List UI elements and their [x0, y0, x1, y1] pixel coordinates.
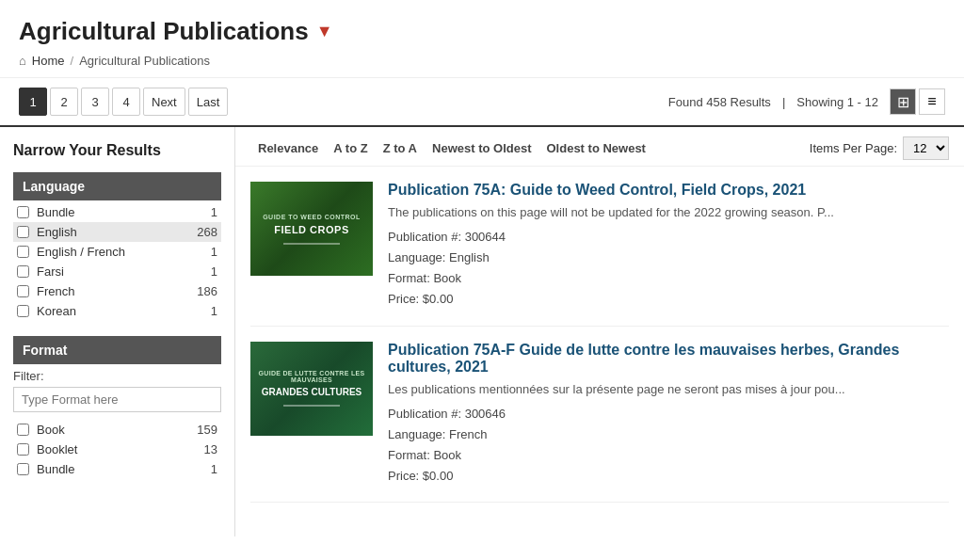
page-btn-1[interactable]: 1 [19, 88, 47, 116]
pub-image-inner-1: Guide to Weed Control FIELD CROPS [250, 182, 373, 276]
sidebar-title: Narrow Your Results [13, 142, 221, 159]
pub-title-1[interactable]: Publication 75A: Guide to Weed Control, … [388, 182, 949, 199]
breadcrumb-separator: / [71, 54, 74, 68]
title-dropdown-icon[interactable]: ▼ [316, 22, 333, 41]
language-english-french-checkbox[interactable] [17, 246, 29, 258]
language-french-label: French [37, 284, 197, 298]
format-bundle-count: 1 [211, 462, 217, 476]
pub-format-2: Format: Book [388, 445, 949, 466]
format-book-checkbox[interactable] [17, 424, 29, 436]
items-per-page: Items Per Page: 12 24 48 96 [810, 136, 949, 160]
format-bundle-checkbox[interactable] [17, 463, 29, 475]
language-bundle-label: Bundle [37, 205, 211, 219]
language-korean-checkbox[interactable] [17, 305, 29, 317]
language-farsi-checkbox[interactable] [17, 265, 29, 278]
format-filter-bundle[interactable]: Bundle 1 [13, 459, 221, 479]
format-book-count: 159 [197, 423, 217, 437]
pub-desc-1: The publications on this page will not b… [388, 204, 949, 221]
pub-desc-2: Les publications mentionnées sur la prés… [388, 381, 949, 398]
pub-format-1: Format: Book [388, 268, 949, 289]
publication-item-2: Guide de lutte contre les mauvaises GRAN… [250, 327, 949, 504]
page-btn-3[interactable]: 3 [81, 88, 109, 116]
language-french-count: 186 [197, 284, 217, 298]
page-btn-4[interactable]: 4 [112, 88, 140, 116]
pub-price-2: Price: $0.00 [388, 466, 949, 487]
pub-details-2: Publication 75A-F Guide de lutte contre … [388, 342, 949, 488]
pub-image-divider-2 [283, 405, 340, 407]
page-btn-next[interactable]: Next [143, 88, 185, 116]
language-french-checkbox[interactable] [17, 285, 29, 297]
pub-price-1: Price: $0.00 [388, 289, 949, 310]
list-view-button[interactable]: ≡ [919, 88, 945, 115]
pub-details-1: Publication 75A: Guide to Weed Control, … [388, 182, 949, 311]
pagination-bar: 1 2 3 4 Next Last Found 458 Results | Sh… [0, 78, 964, 127]
breadcrumb-home-link[interactable]: Home [32, 54, 65, 68]
results-info: Found 458 Results | Showing 1 - 12 ⊞ ≡ [668, 88, 945, 115]
language-farsi-label: Farsi [37, 264, 211, 279]
page-btn-2[interactable]: 2 [50, 88, 78, 116]
format-booklet-checkbox[interactable] [17, 443, 29, 456]
pub-image-1: Guide to Weed Control FIELD CROPS [250, 182, 373, 276]
pub-image-title-2: GRANDES CULTURES [262, 387, 362, 397]
language-bundle-checkbox[interactable] [17, 206, 29, 218]
format-filter-section: Format Filter: Book 159 Booklet 13 Bundl… [13, 336, 221, 479]
language-korean-count: 1 [211, 304, 217, 318]
results-found: Found 458 Results [668, 95, 771, 109]
language-bundle-count: 1 [211, 205, 217, 219]
page-header: Agricultural Publications ▼ ⌂ Home / Agr… [0, 0, 964, 78]
language-english-french-count: 1 [211, 245, 217, 259]
sort-bar: Relevance A to Z Z to A Newest to Oldest… [235, 127, 964, 167]
language-english-count: 268 [197, 225, 217, 239]
breadcrumb-current: Agricultural Publications [79, 54, 210, 68]
sort-a-to-z[interactable]: A to Z [326, 137, 375, 159]
results-showing: Showing 1 - 12 [796, 95, 878, 109]
pub-image-inner-2: Guide de lutte contre les mauvaises GRAN… [250, 342, 373, 436]
language-filter-korean[interactable]: Korean 1 [13, 301, 221, 321]
format-booklet-count: 13 [204, 442, 217, 456]
grid-view-button[interactable]: ⊞ [890, 88, 916, 115]
language-english-checkbox[interactable] [17, 226, 29, 238]
format-filter-booklet[interactable]: Booklet 13 [13, 440, 221, 459]
sidebar: Narrow Your Results Language Bundle 1 En… [0, 127, 235, 536]
pub-meta-1: Publication #: 300644 Language: English … [388, 227, 949, 310]
publication-item-1: Guide to Weed Control FIELD CROPS Public… [250, 167, 949, 327]
language-filter-english[interactable]: English 268 [13, 222, 221, 242]
language-english-label: English [37, 225, 197, 239]
language-filter-bundle[interactable]: Bundle 1 [13, 202, 221, 222]
sort-relevance[interactable]: Relevance [250, 137, 326, 159]
pub-image-subtitle-1: Guide to Weed Control [263, 214, 361, 220]
language-filter-farsi[interactable]: Farsi 1 [13, 262, 221, 281]
page-title: Agricultural Publications ▼ [19, 17, 945, 46]
format-bundle-label: Bundle [37, 462, 211, 476]
home-icon: ⌂ [19, 54, 26, 68]
sort-oldest-to-newest[interactable]: Oldest to Newest [538, 137, 652, 159]
pub-image-2: Guide de lutte contre les mauvaises GRAN… [250, 342, 373, 436]
pub-image-divider-1 [283, 243, 340, 245]
format-book-label: Book [37, 423, 197, 437]
format-booklet-label: Booklet [37, 442, 204, 456]
language-filter-english-french[interactable]: English / French 1 [13, 242, 221, 262]
page-btn-last[interactable]: Last [188, 88, 229, 116]
sort-newest-to-oldest[interactable]: Newest to Oldest [425, 137, 538, 159]
format-filter-input[interactable] [13, 387, 221, 412]
pub-title-2[interactable]: Publication 75A-F Guide de lutte contre … [388, 342, 949, 376]
breadcrumb: ⌂ Home / Agricultural Publications [19, 54, 945, 68]
pub-image-title-1: FIELD CROPS [274, 224, 348, 235]
language-filter-french[interactable]: French 186 [13, 281, 221, 301]
view-toggle: ⊞ ≡ [890, 88, 945, 115]
content-area: Relevance A to Z Z to A Newest to Oldest… [235, 127, 964, 536]
items-per-page-label: Items Per Page: [810, 141, 897, 155]
format-filter-header: Format [13, 336, 221, 364]
language-english-french-label: English / French [37, 245, 211, 259]
sort-z-to-a[interactable]: Z to A [376, 137, 425, 159]
publication-list: Guide to Weed Control FIELD CROPS Public… [235, 167, 964, 503]
main-layout: Narrow Your Results Language Bundle 1 En… [0, 127, 964, 536]
items-per-page-select[interactable]: 12 24 48 96 [903, 136, 949, 160]
pub-meta-2: Publication #: 300646 Language: French F… [388, 404, 949, 487]
language-korean-label: Korean [37, 304, 211, 318]
title-text: Agricultural Publications [19, 17, 309, 46]
format-filter-book[interactable]: Book 159 [13, 420, 221, 440]
results-separator: | [782, 95, 785, 109]
pub-language-2: Language: French [388, 424, 949, 445]
pub-number-2: Publication #: 300646 [388, 404, 949, 424]
